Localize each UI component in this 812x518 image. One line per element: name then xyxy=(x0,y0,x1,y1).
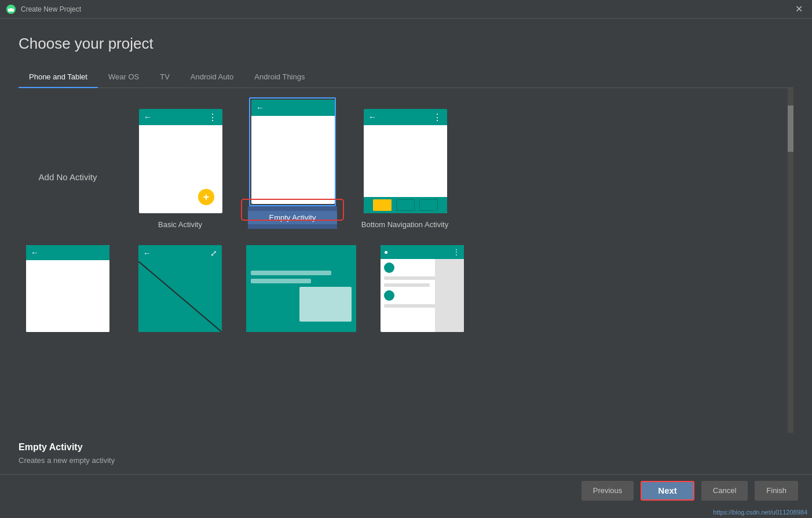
settings-card: ● ⋮ xyxy=(381,245,464,332)
settings-circle-2 xyxy=(384,290,394,301)
settings-body xyxy=(381,259,464,332)
bottom-nav-topbar: ← ⋮ xyxy=(364,109,447,125)
bottom-nav-card: ← ⋮ xyxy=(364,109,447,213)
empty-activity-label-bg: Empty Activity xyxy=(248,206,337,229)
bottom-nav-back-icon: ← xyxy=(368,112,376,122)
close-button[interactable]: ✕ xyxy=(792,3,806,14)
bottom-nav-card-wrapper: ← ⋮ xyxy=(361,107,448,216)
activity-grid: Add No Activity ← ⋮ + xyxy=(19,88,793,433)
empty-activity-item[interactable]: ← Empty Activity xyxy=(243,97,342,229)
settings-item[interactable]: ● ⋮ xyxy=(373,245,471,332)
fullscreen-card: ← ⤢ xyxy=(138,245,222,332)
empty-card-body xyxy=(251,116,335,204)
tab-wear-os[interactable]: Wear OS xyxy=(98,67,149,87)
es-back-icon: ← xyxy=(31,248,39,257)
bottom-nav-tab-2 xyxy=(396,199,415,211)
tab-android-things[interactable]: Android Things xyxy=(244,67,315,87)
diagonal-svg xyxy=(138,261,222,332)
empty-back-arrow-icon: ← xyxy=(256,103,264,112)
empty-activity-card: ← xyxy=(251,100,335,204)
bottom-nav-label: Bottom Navigation Activity xyxy=(361,220,448,229)
tab-android-auto[interactable]: Android Auto xyxy=(180,67,244,87)
bottom-nav-tab-3 xyxy=(419,199,438,211)
scroll-line-2 xyxy=(251,279,311,283)
tab-tv[interactable]: TV xyxy=(149,67,180,87)
selected-activity-title: Empty Activity xyxy=(19,442,793,453)
bottom-nav-tab-1 xyxy=(373,199,392,211)
fullscreen-topbar: ← ⤢ xyxy=(138,245,222,261)
activity-row-1: Add No Activity ← ⋮ + xyxy=(19,97,793,229)
basic-card-body: + xyxy=(139,125,222,213)
app-icon xyxy=(6,4,16,14)
empty-topbar: ← xyxy=(251,100,335,116)
bottom-nav-body xyxy=(364,125,447,213)
scrollbar-track[interactable] xyxy=(788,88,793,433)
menu-icon: ⋮ xyxy=(208,112,218,123)
empty-small-topbar: ← xyxy=(26,245,109,260)
status-url: https://blog.csdn.net/u011208984 xyxy=(713,509,807,516)
status-bar: https://blog.csdn.net/u011208984 xyxy=(0,506,812,518)
no-activity-label: Add No Activity xyxy=(39,172,97,182)
main-area: Add No Activity ← ⋮ + xyxy=(19,88,793,433)
settings-line-2 xyxy=(384,283,430,287)
title-bar: Create New Project ✕ xyxy=(0,0,812,19)
bottom-nav-content xyxy=(364,125,447,197)
back-arrow-icon: ← xyxy=(144,112,152,122)
bottom-bar: Previous Next Cancel Finish xyxy=(0,474,812,506)
basic-topbar: ← ⋮ xyxy=(139,109,222,125)
settings-menu-icon: ⋮ xyxy=(453,248,460,256)
svg-point-3 xyxy=(12,7,14,9)
info-section: Empty Activity Creates a new empty activ… xyxy=(19,433,793,474)
svg-line-4 xyxy=(138,261,222,332)
fullscreen-expand-icon: ⤢ xyxy=(210,249,217,258)
svg-point-2 xyxy=(9,7,10,9)
selected-activity-desc: Creates a new empty activity xyxy=(19,456,793,465)
empty-small-card: ← xyxy=(26,245,109,332)
basic-activity-card-wrapper: ← ⋮ + xyxy=(137,107,224,216)
title-bar-text: Create New Project xyxy=(21,5,792,13)
empty-small-item[interactable]: ← xyxy=(19,245,117,332)
basic-activity-label: Basic Activity xyxy=(158,220,202,229)
page-title: Choose your project xyxy=(19,35,793,53)
empty-small-body xyxy=(26,260,109,332)
scrollbar-thumb[interactable] xyxy=(788,105,793,152)
fullscreen-item[interactable]: ← ⤢ xyxy=(131,245,229,332)
previous-button[interactable]: Previous xyxy=(581,481,634,501)
basic-activity-item[interactable]: ← ⋮ + Basic Activity xyxy=(131,107,229,229)
finish-button[interactable]: Finish xyxy=(755,481,798,501)
empty-activity-label: Empty Activity xyxy=(248,211,337,224)
next-button[interactable]: Next xyxy=(641,481,694,501)
scrolling-card xyxy=(246,245,356,332)
settings-right-panel xyxy=(435,259,464,332)
fullscreen-back-icon: ← xyxy=(143,249,151,258)
bottom-nav-bar xyxy=(364,197,447,213)
bottom-nav-item[interactable]: ← ⋮ xyxy=(356,107,454,229)
basic-activity-card: ← ⋮ + xyxy=(139,109,222,213)
settings-line-3 xyxy=(384,304,441,308)
no-activity-item[interactable]: Add No Activity xyxy=(19,125,117,229)
scroll-topbar xyxy=(246,245,356,260)
cancel-button[interactable]: Cancel xyxy=(701,481,748,501)
activity-row-2: ← ← ⤢ xyxy=(19,245,793,332)
main-window: Create New Project ✕ Choose your project… xyxy=(0,0,812,518)
fullscreen-body xyxy=(138,261,222,332)
scroll-body xyxy=(246,260,356,332)
tab-bar: Phone and Tablet Wear OS TV Android Auto… xyxy=(19,67,793,88)
tab-phone-tablet[interactable]: Phone and Tablet xyxy=(19,67,98,88)
settings-topbar: ● ⋮ xyxy=(381,245,464,259)
fab-icon: + xyxy=(198,189,214,205)
bottom-nav-menu-icon: ⋮ xyxy=(433,112,442,123)
settings-icon: ● xyxy=(384,248,388,256)
content-area: Choose your project Phone and Tablet Wea… xyxy=(0,19,812,474)
scrolling-item[interactable] xyxy=(243,245,359,332)
settings-circle xyxy=(384,262,394,273)
empty-activity-card-wrapper: ← xyxy=(249,97,336,206)
scroll-line-1 xyxy=(251,271,331,275)
scroll-image xyxy=(299,287,352,322)
